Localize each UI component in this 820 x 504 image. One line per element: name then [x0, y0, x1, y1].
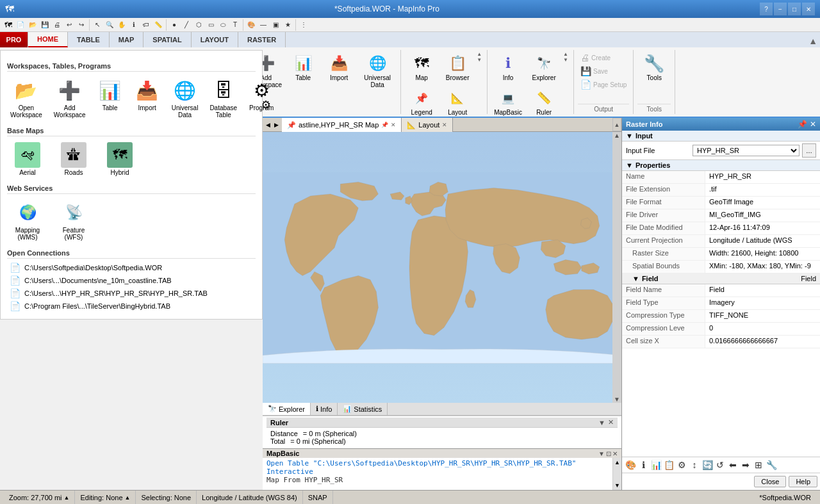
line-icon[interactable]: ╱ [181, 19, 192, 31]
browser-button[interactable]: 📋 Browser [441, 51, 474, 83]
ri-chart-icon[interactable]: 📊 [650, 459, 662, 471]
table-button[interactable]: 📊 Table [286, 51, 320, 90]
tab-map[interactable]: MAP [110, 32, 144, 47]
ellipse-icon[interactable]: ⬭ [217, 19, 229, 31]
ri-color-icon[interactable]: 🎨 [625, 459, 636, 471]
menu-open-workspace[interactable]: 📂 Open Workspace [7, 74, 45, 122]
map-tab-close-icon[interactable]: ✕ [391, 122, 396, 128]
map-view[interactable]: ▲ ▼ [263, 132, 621, 403]
label-icon[interactable]: 🏷 [140, 19, 152, 31]
statistics-tab[interactable]: 📊 Statistics [338, 403, 388, 415]
ri-forward-icon[interactable]: ➡ [740, 459, 751, 471]
document-windows-scroll[interactable]: ▲ ▼ [475, 51, 483, 63]
ri-refresh-icon[interactable]: ↺ [714, 459, 726, 471]
import-button[interactable]: 📥 Import [322, 51, 356, 90]
map-tab[interactable]: 📌 astline,HYP_HR_SR Map 📌 ✕ [282, 118, 402, 132]
raster-field-section[interactable]: ▼ Field Field [622, 273, 820, 284]
raster-properties-section[interactable]: ▼ Properties [622, 160, 820, 171]
ruler-tb-icon[interactable]: 📏 [152, 19, 164, 31]
mapbasic-tool-button[interactable]: 💻 MapBasic [491, 86, 525, 118]
info-bottom-tab[interactable]: ℹ Info [311, 403, 338, 415]
ri-info-icon[interactable]: ℹ [637, 459, 649, 471]
menu-database-table[interactable]: 🗄 Database Table [206, 74, 240, 122]
line-style-icon[interactable]: — [258, 19, 269, 31]
open-icon[interactable]: 📂 [27, 19, 38, 31]
rect-icon[interactable]: ▭ [205, 19, 217, 31]
mapbasic-interactive-link[interactable]: Interactive [266, 467, 313, 476]
minimize-button[interactable]: − [774, 3, 787, 15]
undo-icon[interactable]: ↩ [63, 19, 75, 31]
raster-input-section[interactable]: ▼ Input [622, 131, 820, 142]
ri-rotate-icon[interactable]: 🔄 [701, 459, 713, 471]
menu-feature-wfs[interactable]: 📡 Feature (WFS) [53, 197, 94, 244]
recent-file-4[interactable]: 📄 C:\Program Files\...\TileServer\BingHy… [7, 300, 256, 313]
raster-close-button[interactable]: Close [754, 476, 786, 487]
close-button[interactable]: ✕ [802, 3, 815, 15]
layout-tab-close-icon[interactable]: ✕ [442, 122, 447, 128]
info-tb-icon[interactable]: ℹ [128, 19, 140, 31]
tab-spatial[interactable]: SPATIAL [144, 32, 191, 47]
menu-roads[interactable]: 🛣 Roads [53, 139, 94, 179]
menu-mapping-wms[interactable]: 🌍 Mapping (WMS) [7, 197, 48, 244]
doc-tabs-scroll-up[interactable]: ▲ [612, 118, 621, 131]
editing-arrow[interactable]: ▲ [125, 494, 131, 501]
symbol-icon[interactable]: ★ [282, 19, 293, 31]
tab-raster[interactable]: RASTER [238, 32, 286, 47]
menu-add-workspace[interactable]: ➕ Add Workspace [51, 74, 89, 122]
ri-back-icon[interactable]: ⬅ [727, 459, 739, 471]
more-icon[interactable]: ⋮ [298, 19, 309, 31]
universal-data-button[interactable]: 🌐 Universal Data [358, 51, 397, 90]
zoom-up-arrow[interactable]: ▲ [64, 494, 70, 501]
print-icon[interactable]: 🖨 [51, 19, 63, 31]
recent-file-1[interactable]: 📄 C:\Users\Softpedia\Desktop\Softpedia.W… [7, 261, 256, 274]
mapbasic-float-button[interactable]: ⊡ [606, 450, 611, 457]
tool-windows-scroll[interactable]: ▲ ▼ [562, 51, 570, 63]
legend-button[interactable]: 📌 Legend [405, 86, 438, 118]
ri-table-icon[interactable]: 📋 [663, 459, 675, 471]
recent-file-3[interactable]: 📄 C:\Users\...\HYP_HR_SR\HYP_HR_SR\HYP_H… [7, 287, 256, 300]
tools-main-button[interactable]: 🔧 Tools [637, 51, 671, 83]
ri-grid-icon[interactable]: ⊞ [753, 459, 764, 471]
new-icon[interactable]: 📄 [15, 19, 26, 31]
raster-info-pin-button[interactable]: 📌 [798, 120, 807, 129]
ruler-close-button[interactable]: ✕ [608, 418, 614, 427]
pan-icon[interactable]: ✋ [116, 19, 127, 31]
map-doc-button[interactable]: 🗺 Map [405, 51, 438, 83]
menu-table[interactable]: 📊 Table [94, 74, 126, 122]
tab-table[interactable]: TABLE [68, 32, 110, 47]
poly-icon[interactable]: ⬡ [193, 19, 204, 31]
raster-input-browse-button[interactable]: … [802, 143, 816, 158]
raster-info-close-x-button[interactable]: ✕ [810, 120, 816, 129]
tab-pro[interactable]: PRO [0, 32, 28, 47]
info-tool-button[interactable]: ℹ Info [491, 51, 525, 83]
ribbon-collapse-button[interactable]: ▲ [808, 32, 820, 47]
zoom-in-icon[interactable]: 🔍 [104, 19, 115, 31]
map-scroll-bar[interactable]: ▲ ▼ [612, 132, 621, 403]
mapbasic-dropdown-button[interactable]: ▼ [598, 450, 605, 457]
page-setup-button[interactable]: 📄 Page Setup [578, 78, 629, 91]
save-output-button[interactable]: 💾 Save [578, 65, 629, 77]
menu-universal-data[interactable]: 🌐 Universal Data [168, 74, 202, 122]
point-icon[interactable]: ● [168, 19, 180, 31]
layout-tab[interactable]: 📐 Layout ✕ [402, 118, 453, 132]
ruler-minimize-button[interactable]: ▼ [598, 418, 605, 427]
tab-home[interactable]: HOME [28, 32, 68, 47]
menu-program[interactable]: ⚙ Program [245, 74, 277, 122]
menu-hybrid[interactable]: 🗺 Hybrid [99, 139, 140, 179]
fill-icon[interactable]: ▣ [270, 19, 281, 31]
create-output-button[interactable]: 🖨 Create [578, 51, 629, 64]
explorer-button[interactable]: 🔭 Explorer [527, 51, 561, 83]
text-icon[interactable]: T [229, 19, 241, 31]
ruler-tool-button[interactable]: 📏 Ruler [527, 86, 561, 118]
ri-style-icon[interactable]: ⚙ [676, 459, 687, 471]
select-icon[interactable]: ↖ [92, 19, 103, 31]
mapbasic-scroll-up[interactable]: ▲ [613, 458, 621, 467]
ri-arrow-icon[interactable]: ↕ [689, 459, 700, 471]
mapbasic-close-button[interactable]: ✕ [612, 450, 618, 457]
help-button[interactable]: ? [760, 3, 773, 15]
save-icon[interactable]: 💾 [39, 19, 51, 31]
mapbasic-scroll-down[interactable]: ▼ [613, 481, 621, 490]
explorer-tab[interactable]: 🔭 Explorer [263, 403, 311, 415]
raster-input-file-select[interactable]: HYP_HR_SR [693, 145, 800, 156]
style-icon[interactable]: 🎨 [245, 19, 257, 31]
